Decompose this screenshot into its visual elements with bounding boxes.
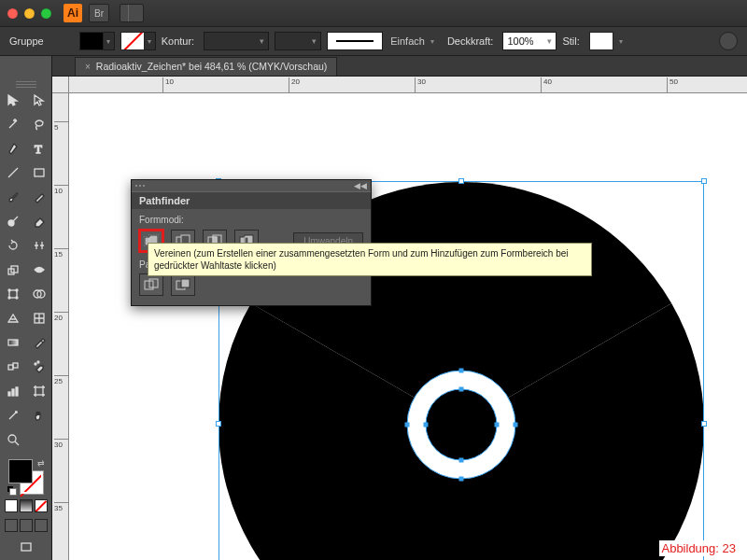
selection-handle[interactable]: [701, 178, 707, 184]
svg-rect-18: [8, 392, 10, 396]
svg-text:T: T: [35, 142, 42, 155]
stroke-label: Kontur:: [162, 35, 194, 47]
workspace-panel-button[interactable]: [120, 4, 144, 22]
tools-panel: T: [0, 56, 52, 560]
titlebar: Ai Br: [0, 0, 747, 26]
draw-normal-button[interactable]: [5, 519, 18, 532]
mesh-tool[interactable]: [26, 306, 52, 330]
panel-drag-handle[interactable]: [135, 185, 145, 187]
draw-inside-button[interactable]: [35, 519, 48, 532]
svg-rect-5: [9, 290, 17, 298]
canvas[interactable]: 10 20 30 40 50 5 10 15 20 25 30 35: [52, 77, 747, 560]
column-graph-tool[interactable]: [0, 379, 26, 403]
control-bar: Gruppe ▾ ▾ Kontur: Einfach ▾ Deckkraft: …: [0, 26, 747, 56]
none-mode-button[interactable]: [35, 499, 48, 512]
screen-mode-button[interactable]: [20, 540, 33, 553]
maximize-window-button[interactable]: [41, 8, 51, 19]
ruler-vertical[interactable]: 5 10 15 20 25 30 35: [52, 93, 69, 560]
ruler-origin[interactable]: [52, 77, 69, 93]
fill-swatch[interactable]: [79, 32, 104, 50]
reflect-tool[interactable]: [26, 233, 52, 258]
panel-collapse-icon[interactable]: ◀◀: [354, 181, 367, 190]
document-tabs: × Radioaktiv_Zeichen* bei 484,61 % (CMYK…: [0, 56, 747, 77]
scale-tool[interactable]: [0, 258, 26, 282]
paintbrush-tool[interactable]: [0, 185, 26, 209]
document-tab[interactable]: × Radioaktiv_Zeichen* bei 484,61 % (CMYK…: [75, 57, 337, 76]
svg-point-9: [16, 297, 18, 299]
brush-dropdown[interactable]: ▾: [430, 37, 442, 46]
close-tab-icon[interactable]: ×: [85, 62, 91, 72]
perspective-grid-tool[interactable]: [0, 306, 26, 330]
symbol-sprayer-tool[interactable]: [26, 355, 52, 379]
hand-tool[interactable]: [26, 403, 52, 427]
slice-tool[interactable]: [0, 403, 26, 427]
default-fill-stroke-icon[interactable]: [7, 486, 17, 496]
svg-point-7: [16, 289, 18, 291]
trim-button[interactable]: [171, 273, 195, 296]
recolor-button[interactable]: [719, 32, 738, 50]
fill-dropdown[interactable]: ▾: [104, 32, 115, 50]
tools-drag-handle[interactable]: [0, 80, 51, 88]
pen-tool[interactable]: [0, 136, 26, 161]
artboard-tool[interactable]: [26, 379, 52, 403]
zoom-tool[interactable]: [0, 427, 26, 452]
selection-handle[interactable]: [701, 421, 707, 427]
svg-rect-20: [16, 387, 18, 396]
type-tool[interactable]: T: [26, 136, 52, 161]
eyedropper-tool[interactable]: [26, 330, 52, 355]
magic-wand-tool[interactable]: [0, 112, 26, 136]
selection-handle[interactable]: [216, 421, 221, 427]
stroke-swatch[interactable]: [120, 32, 145, 50]
divide-button[interactable]: [139, 273, 163, 296]
color-mode-button[interactable]: [5, 499, 18, 512]
brush-label: Einfach: [390, 35, 425, 47]
stroke-weight-dropdown[interactable]: [204, 32, 269, 50]
brush-preview[interactable]: [327, 32, 383, 50]
svg-rect-14: [8, 365, 13, 370]
style-label: Stil:: [562, 35, 579, 47]
window-controls: [7, 8, 51, 19]
direct-selection-tool[interactable]: [26, 88, 52, 112]
figure-caption: Abbildung: 23: [659, 540, 738, 556]
blob-brush-tool[interactable]: [0, 209, 26, 233]
opacity-label: Deckkraft:: [447, 35, 494, 47]
stroke-profile-dropdown[interactable]: [275, 32, 321, 50]
free-transform-tool[interactable]: [0, 282, 26, 306]
close-window-button[interactable]: [7, 8, 18, 19]
eraser-tool[interactable]: [26, 209, 52, 233]
minimize-window-button[interactable]: [24, 8, 35, 19]
style-dropdown[interactable]: ▾: [619, 37, 630, 46]
rotate-tool[interactable]: [0, 233, 26, 258]
width-tool[interactable]: [26, 258, 52, 282]
svg-point-6: [8, 289, 10, 291]
svg-point-16: [35, 363, 36, 365]
fill-stroke-indicator[interactable]: ⇄: [8, 459, 44, 495]
draw-behind-button[interactable]: [20, 519, 33, 532]
shape-modes-label: Formmodi:: [139, 215, 363, 225]
document-tab-title: Radioaktiv_Zeichen* bei 484,61 % (CMYK/V…: [96, 61, 327, 72]
swap-fill-stroke-icon[interactable]: ⇄: [37, 458, 45, 468]
selection-tool[interactable]: [0, 88, 26, 112]
shape-builder-tool[interactable]: [26, 282, 52, 306]
rectangle-tool[interactable]: [26, 161, 52, 185]
svg-point-8: [8, 297, 10, 299]
stroke-dropdown[interactable]: ▾: [145, 32, 156, 50]
pencil-tool[interactable]: [26, 185, 52, 209]
selection-handle[interactable]: [458, 178, 464, 184]
line-tool[interactable]: [0, 161, 26, 185]
tooltip: Vereinen (zum Erstellen einer zusammenge…: [148, 243, 592, 276]
blend-tool[interactable]: [0, 355, 26, 379]
main-area: T: [0, 77, 747, 560]
bridge-button[interactable]: Br: [89, 4, 109, 22]
svg-rect-23: [21, 543, 31, 551]
gradient-mode-button[interactable]: [20, 499, 33, 512]
selection-type-label: Gruppe: [9, 35, 44, 47]
pathfinder-tab[interactable]: Pathfinder: [132, 191, 371, 209]
opacity-input[interactable]: 100%: [502, 32, 557, 50]
style-swatch[interactable]: [589, 32, 613, 50]
gradient-tool[interactable]: [0, 330, 26, 355]
artboard[interactable]: Abbildung: 23: [69, 93, 747, 560]
ruler-horizontal[interactable]: 10 20 30 40 50: [69, 77, 747, 93]
lasso-tool[interactable]: [26, 112, 52, 136]
svg-point-17: [37, 361, 39, 363]
